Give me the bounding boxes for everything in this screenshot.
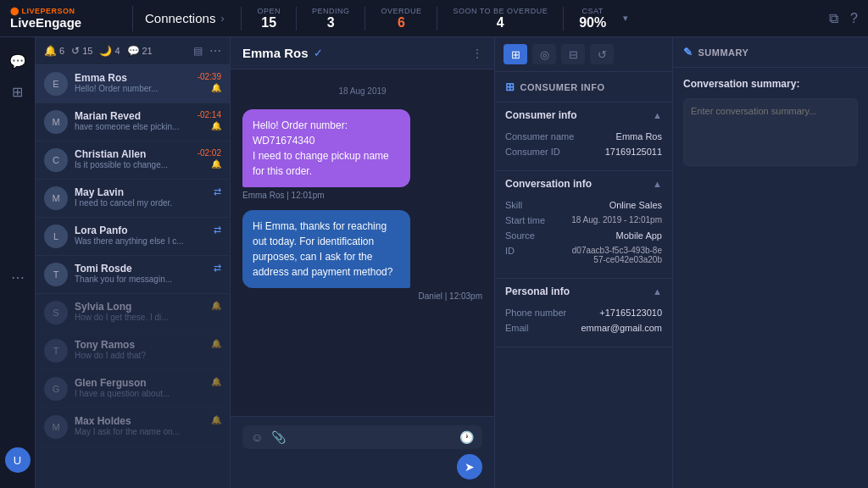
csat-dropdown-icon[interactable]: ▾ [623, 13, 628, 24]
chat-area: Emma Ros ✓ ⋮ 18 Aug 2019 Hello! Order nu… [231, 37, 495, 488]
send-button[interactable]: ➤ [457, 454, 482, 480]
conv-preview: I have a question about... [75, 389, 204, 398]
section-title-conversation: Conversation info [505, 178, 592, 190]
info-value: Online Sales [609, 200, 662, 210]
badge-moon: 🌙 4 [99, 45, 120, 57]
conv-meta: 🔔 [211, 339, 221, 348]
list-item[interactable]: L Lora Panfo Was there anything else I c… [36, 218, 230, 256]
info-value: d07aacb3-f5c3-493b-8e57-ce042e03a20b [568, 246, 662, 264]
section-title-consumer: Consumer info [505, 109, 577, 121]
list-item[interactable]: M May Lavin I need to cancel my order. ⇄ [36, 180, 230, 218]
summary-panel: ✎ SUMMARY Conversation summary: [673, 37, 868, 488]
info-row: Phone number +17165123010 [505, 308, 662, 318]
summary-content: Conversation summary: [673, 68, 868, 179]
conv-info: Tomi Rosde Thank you for messagin... [75, 263, 207, 284]
stat-soon-overdue-value: 4 [497, 15, 504, 30]
consumer-info-header: ⊞ CONSUMER INFO [495, 72, 672, 103]
avatar: E [44, 72, 68, 96]
list-item[interactable]: E Emma Ros Hello! Order number... -02:39… [36, 65, 230, 103]
section-title-personal: Personal info [505, 286, 570, 297]
attach-icon[interactable]: 📎 [271, 430, 286, 444]
emoji-icon[interactable]: ☺ [251, 430, 263, 444]
tab-refresh[interactable]: ↺ [590, 44, 614, 64]
chat-more-icon[interactable]: ⋮ [472, 47, 482, 59]
filter-icon[interactable]: ▤ [193, 45, 203, 57]
collapse-icon: ▲ [653, 286, 662, 297]
section-header-conversation[interactable]: Conversation info ▲ [495, 171, 672, 197]
conv-preview: I need to cancel my order. [75, 198, 207, 208]
moon-icon: 🌙 [99, 45, 112, 57]
input-row: ☺ 📎 🕐 [242, 425, 482, 449]
personal-info-section: Personal info ▲ Phone number +1716512301… [495, 279, 672, 347]
stat-pending-label: PENDING [312, 7, 350, 15]
stat-overdue-value: 6 [398, 15, 405, 30]
bell-indicator-icon: 🔔 [211, 339, 221, 348]
tab-grid[interactable]: ⊞ [504, 44, 527, 64]
list-item[interactable]: M Marian Reved have someone else pickin.… [36, 103, 230, 141]
left-nav-chat-icon[interactable]: 💬 [0, 46, 36, 76]
info-label: Consumer name [505, 131, 574, 141]
layers-icon[interactable]: ⧉ [829, 11, 838, 26]
section-header-consumer[interactable]: Consumer info ▲ [495, 103, 672, 128]
tab-minus[interactable]: ⊟ [561, 44, 585, 64]
info-label: ID [505, 246, 565, 256]
message-bubble-incoming: Hello! Order number:WD71674340I need to … [242, 109, 410, 187]
list-item[interactable]: M Max Holdes May I ask for the name on..… [36, 408, 230, 446]
info-row: Consumer name Emma Ros [505, 131, 662, 141]
list-item[interactable]: G Glen Ferguson I have a question about.… [36, 370, 230, 408]
conv-info: Max Holdes May I ask for the name on... [75, 415, 204, 436]
list-item[interactable]: C Christian Allen Is it possible to chan… [36, 141, 230, 180]
section-header-personal[interactable]: Personal info ▲ [495, 279, 672, 304]
nav-stats: OPEN 15 PENDING 3 OVERDUE 6 SOON TO BE O… [241, 7, 829, 30]
conv-name: Christian Allen [75, 148, 191, 160]
conv-info: Glen Ferguson I have a question about... [75, 377, 204, 398]
message-group: Hi Emma, thanks for reaching out today. … [242, 210, 482, 301]
conv-name: Tomi Rosde [75, 263, 207, 274]
info-label: Start time [505, 215, 565, 225]
conv-meta: 🔔 [211, 301, 221, 310]
avatar: M [44, 186, 68, 210]
consumer-info-title: CONSUMER INFO [520, 82, 605, 92]
summary-textarea[interactable] [683, 98, 858, 166]
conv-info: Marian Reved have someone else pickin... [75, 110, 191, 131]
summary-title: SUMMARY [698, 47, 749, 58]
conversation-items: E Emma Ros Hello! Order number... -02:39… [36, 65, 230, 488]
conv-meta: -02:39 🔔 [198, 72, 221, 92]
conv-preview: Was there anything else I c... [75, 236, 207, 246]
list-item[interactable]: T Tomi Rosde Thank you for messagin... ⇄ [36, 256, 230, 294]
chat-messages: 18 Aug 2019 Hello! Order number:WD716743… [231, 69, 494, 416]
list-item[interactable]: S Sylvia Long How do I get these. I di..… [36, 294, 230, 332]
chat-input[interactable] [286, 431, 459, 443]
badge-moon-count: 4 [114, 46, 120, 56]
left-nav-grid-icon[interactable]: ⊞ [0, 76, 36, 107]
info-label: Email [505, 323, 565, 333]
message-sender: Daniel | 12:03pm [242, 291, 482, 301]
avatar: C [44, 148, 68, 172]
bell-indicator-icon: 🔔 [211, 83, 221, 92]
more-icon[interactable]: ⋯ [209, 44, 221, 58]
summary-header: ✎ SUMMARY [673, 37, 868, 68]
user-avatar[interactable]: U [5, 447, 31, 473]
nav-connections-label: Connections [145, 11, 215, 25]
conv-preview: How do I add that? [75, 351, 204, 360]
badge-msg: 💬 21 [127, 45, 153, 57]
conv-preview: Thank you for messagin... [75, 274, 207, 284]
conv-info: Emma Ros Hello! Order number... [75, 72, 191, 93]
info-value: +17165123010 [599, 308, 662, 318]
input-icons-right: 🕐 [459, 430, 474, 444]
clock-icon[interactable]: 🕐 [459, 430, 474, 444]
consumer-info-header-icon: ⊞ [505, 80, 515, 93]
nav-right-actions: ⧉ ? [829, 11, 858, 26]
help-icon[interactable]: ? [850, 11, 858, 26]
info-value: emmar@gmail.com [581, 323, 662, 333]
section-body-conversation: Skill Online Sales Start time 18 Aug. 20… [495, 197, 672, 278]
tab-circle[interactable]: ◎ [532, 44, 556, 64]
badge-transfer-count: 15 [82, 46, 92, 56]
conv-info: Tony Ramos How do I add that? [75, 339, 204, 360]
conv-preview: Is it possible to change... [75, 160, 191, 169]
left-nav-dots-icon[interactable]: ⋯ [0, 262, 36, 292]
list-item[interactable]: T Tony Ramos How do I add that? 🔔 [36, 332, 230, 370]
msg-icon: 💬 [127, 45, 140, 57]
bell-indicator-icon: 🔔 [211, 301, 221, 310]
stat-pending: PENDING 3 [297, 7, 366, 30]
